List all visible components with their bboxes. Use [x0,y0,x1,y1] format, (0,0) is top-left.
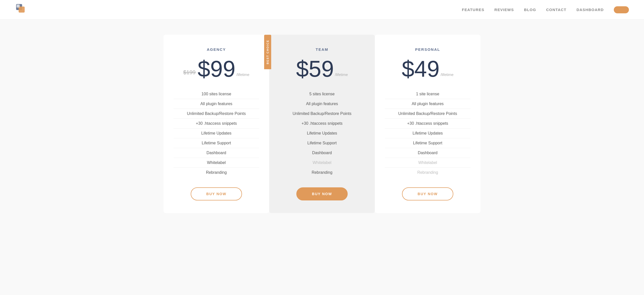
price-period-agency: /lifetime [236,72,250,77]
features-list-agency: 100 sites licenseAll plugin featuresUnli… [174,89,259,177]
plan-name-personal: PERSONAL [415,47,440,52]
feature-item: Lifetime Support [174,138,259,148]
feature-item: Lifetime Support [279,138,365,148]
feature-item: Rebranding [174,168,259,177]
feature-item: Lifetime Support [385,138,470,148]
feature-item: +30 .htaccess snippets [174,119,259,129]
price-main-personal: $49 [402,58,439,80]
feature-item: Dashboard [385,148,470,158]
feature-item: Whitelabel [279,158,365,168]
feature-item: All plugin features [279,99,365,109]
feature-item: All plugin features [385,99,470,109]
plan-name-team: TEAM [316,47,329,52]
site-header: FEATURES REVIEWS BLOG CONTACT DASHBOARD [0,0,644,20]
price-main-team: $59 [296,58,334,80]
feature-item: 5 sites license [279,89,365,99]
feature-item: Unlimited Backup/Restore Points [174,109,259,119]
nav-blog[interactable]: BLOG [524,8,536,12]
best-choice-badge: BEST CHOICE [264,35,271,69]
pricing-card-agency: AGENCY$199$99/lifetime100 sites licenseA… [164,35,269,213]
nav-dashboard[interactable]: DASHBOARD [577,8,604,12]
svg-rect-1 [19,7,25,13]
feature-item: Dashboard [174,148,259,158]
feature-item: Unlimited Backup/Restore Points [385,109,470,119]
feature-item: Lifetime Updates [385,129,470,138]
feature-item: Dashboard [279,148,365,158]
feature-item: Lifetime Updates [279,129,365,138]
feature-item: 100 sites license [174,89,259,99]
price-block-agency: $199$99/lifetime [183,58,250,80]
price-main-agency: $99 [198,58,235,80]
plan-name-agency: AGENCY [207,47,226,52]
buy-button-agency[interactable]: BUY NOW [191,187,242,200]
feature-item: Whitelabel [385,158,470,168]
feature-item: Unlimited Backup/Restore Points [279,109,365,119]
pricing-container: AGENCY$199$99/lifetime100 sites licenseA… [146,35,498,213]
nav-contact[interactable]: CONTACT [546,8,567,12]
buy-button-personal[interactable]: BUY NOW [402,187,453,200]
nav-reviews[interactable]: REVIEWS [494,8,514,12]
main-nav: FEATURES REVIEWS BLOG CONTACT DASHBOARD [462,6,629,13]
feature-item: 1 site license [385,89,470,99]
price-old-agency: $199 [183,69,196,76]
features-list-team: 5 sites licenseAll plugin featuresUnlimi… [279,89,365,177]
feature-item: All plugin features [174,99,259,109]
feature-item: Rebranding [279,168,365,177]
feature-item: +30 .htaccess snippets [279,119,365,129]
price-block-personal: $49/lifetime [402,58,454,80]
header-buy-now-button[interactable] [614,6,629,13]
pricing-card-team: BEST CHOICETEAM$59/lifetime5 sites licen… [269,35,375,213]
svg-rect-2 [17,5,20,8]
feature-item: +30 .htaccess snippets [385,119,470,129]
pricing-card-personal: PERSONAL$49/lifetime1 site licenseAll pl… [375,35,480,213]
features-list-personal: 1 site licenseAll plugin featuresUnlimit… [385,89,470,177]
price-period-personal: /lifetime [440,72,454,77]
price-period-team: /lifetime [335,72,348,77]
buy-button-team[interactable]: BUY NOW [296,187,348,200]
main-content: AGENCY$199$99/lifetime100 sites licenseA… [0,20,644,295]
logo[interactable] [15,3,29,17]
nav-features[interactable]: FEATURES [462,8,484,12]
feature-item: Whitelabel [174,158,259,168]
feature-item: Lifetime Updates [174,129,259,138]
price-block-team: $59/lifetime [296,58,348,80]
feature-item: Rebranding [385,168,470,177]
